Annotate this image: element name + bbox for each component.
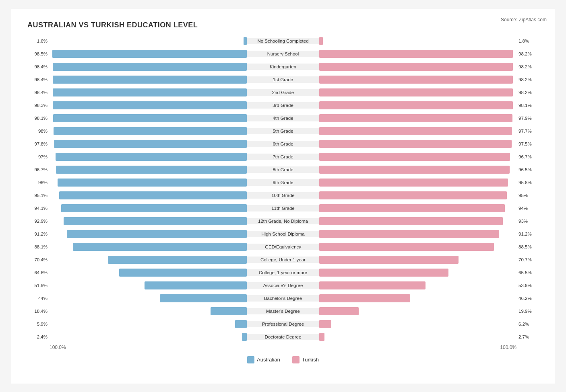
right-value: 98.1% <box>516 103 539 108</box>
left-value: 91.2% <box>27 232 50 236</box>
right-bar-section <box>319 48 516 60</box>
right-bar-section <box>319 318 516 330</box>
bar-blue <box>64 217 247 225</box>
bar-blue <box>211 307 247 315</box>
legend-turkish-label: Turkish <box>302 357 319 363</box>
bar-blue <box>53 114 247 122</box>
left-bar-section <box>50 35 247 47</box>
chart-container: AUSTRALIAN VS TURKISH EDUCATION LEVEL So… <box>11 9 555 384</box>
bar-blue <box>54 140 247 148</box>
category-label: 11th Grade <box>247 205 319 211</box>
left-value: 5.9% <box>27 322 50 326</box>
category-label: Bachelor's Degree <box>247 295 319 302</box>
left-bar-section <box>50 74 247 85</box>
left-bar-section <box>50 113 247 124</box>
right-value: 1.8% <box>516 39 539 43</box>
chart-title: AUSTRALIAN VS TURKISH EDUCATION LEVEL <box>27 21 539 29</box>
right-bar-section <box>319 61 516 72</box>
bar-blue <box>61 204 247 212</box>
right-bar-section <box>319 293 516 304</box>
table-row: 51.9% Associate's Degree 53.9% <box>27 280 539 291</box>
left-bar-section <box>50 254 247 265</box>
legend: Australian Turkish <box>27 356 539 363</box>
right-bar-section <box>319 35 516 47</box>
table-row: 92.9% 12th Grade, No Diploma 93% <box>27 215 539 227</box>
right-value: 46.2% <box>516 296 539 301</box>
left-bar-section <box>50 138 247 150</box>
category-label: College, 1 year or more <box>247 269 319 276</box>
right-bar-section <box>319 177 516 188</box>
legend-australian-box <box>247 356 254 363</box>
bar-pink <box>319 76 513 84</box>
right-bar-section <box>319 215 516 227</box>
category-label: 3rd Grade <box>247 102 319 109</box>
table-row: 2.4% Doctorate Degree 2.7% <box>27 331 539 343</box>
axis-right: 100.0% <box>500 345 516 350</box>
bar-pink <box>319 333 324 341</box>
right-value: 96.7% <box>516 154 539 159</box>
bar-blue <box>56 166 247 174</box>
bar-pink <box>319 50 513 58</box>
left-bar-section <box>50 151 247 162</box>
bar-blue <box>67 230 247 238</box>
category-label: Doctorate Degree <box>247 334 319 340</box>
category-label: GED/Equivalency <box>247 244 319 250</box>
bar-pink <box>319 166 510 174</box>
left-bar-section <box>50 177 247 188</box>
left-value: 98.3% <box>27 103 50 108</box>
table-row: 70.4% College, Under 1 year 70.7% <box>27 254 539 265</box>
table-row: 44% Bachelor's Degree 46.2% <box>27 293 539 304</box>
category-label: College, Under 1 year <box>247 257 319 263</box>
bar-pink <box>319 114 512 122</box>
table-row: 98% 5th Grade 97.7% <box>27 125 539 137</box>
table-row: 98.4% 1st Grade 98.2% <box>27 74 539 85</box>
right-value: 2.7% <box>516 335 539 339</box>
left-bar-section <box>50 61 247 72</box>
right-value: 95.8% <box>516 180 539 185</box>
bar-blue <box>52 50 247 58</box>
bar-pink <box>319 204 505 212</box>
right-value: 97.5% <box>516 142 539 146</box>
bar-blue <box>235 320 247 328</box>
right-value: 53.9% <box>516 283 539 288</box>
left-bar-section <box>50 164 247 175</box>
right-value: 70.7% <box>516 257 539 262</box>
right-bar-section <box>319 138 516 150</box>
right-value: 65.5% <box>516 270 539 275</box>
right-value: 98.2% <box>516 90 539 95</box>
right-value: 97.7% <box>516 129 539 133</box>
left-bar-section <box>50 241 247 252</box>
axis-left: 100.0% <box>50 345 66 350</box>
left-value: 98.4% <box>27 90 50 95</box>
right-value: 94% <box>516 206 539 211</box>
left-value: 44% <box>27 296 50 301</box>
left-bar-section <box>50 306 247 317</box>
bar-blue <box>108 256 247 264</box>
bar-blue <box>244 37 247 45</box>
bar-pink <box>319 294 410 302</box>
category-label: Kindergarten <box>247 64 319 70</box>
left-bar-section <box>50 87 247 98</box>
right-bar-section <box>319 267 516 278</box>
category-label: 4th Grade <box>247 115 319 121</box>
bar-blue <box>242 333 247 341</box>
table-row: 98.4% Kindergarten 98.2% <box>27 61 539 72</box>
axis-labels: 100.0% 100.0% <box>27 345 539 350</box>
right-value: 98.2% <box>516 51 539 56</box>
category-label: 9th Grade <box>247 179 319 186</box>
bar-pink <box>319 140 512 148</box>
right-value: 6.2% <box>516 322 539 326</box>
left-value: 51.9% <box>27 283 50 288</box>
left-value: 70.4% <box>27 257 50 262</box>
left-bar-section <box>50 100 247 111</box>
right-bar-section <box>319 203 516 214</box>
left-bar-section <box>50 215 247 227</box>
bar-blue <box>59 191 247 199</box>
category-label: 1st Grade <box>247 76 319 83</box>
category-label: No Schooling Completed <box>247 38 319 44</box>
table-row: 64.6% College, 1 year or more 65.5% <box>27 267 539 278</box>
bar-blue <box>160 294 247 302</box>
left-value: 88.1% <box>27 244 50 249</box>
category-label: 2nd Grade <box>247 89 319 96</box>
left-value: 2.4% <box>27 335 50 339</box>
